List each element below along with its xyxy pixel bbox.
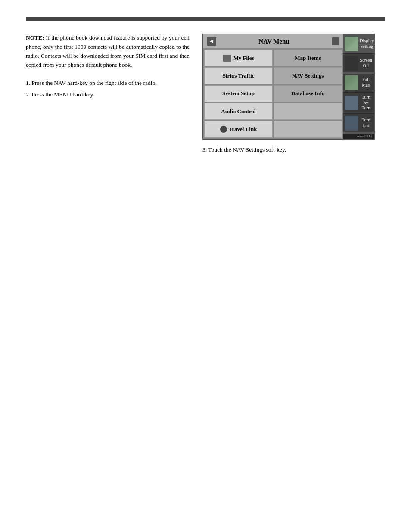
- nav-main: ◄ NAV Menu My Files Map Items: [203, 34, 343, 139]
- turn-by-turn-thumb: [345, 96, 358, 110]
- screen-off-button[interactable]: Screen Off: [343, 54, 374, 73]
- empty-cell-1: [274, 103, 342, 120]
- step-3: 3. Touch the NAV Settings soft-key.: [202, 146, 286, 153]
- map-items-button[interactable]: Map Items: [274, 50, 342, 66]
- full-map-thumb: [345, 75, 358, 90]
- nav-settings-label: NAV Settings: [292, 72, 324, 79]
- step-2: 2. Press the MENU hard-key.: [26, 90, 190, 100]
- nav-menu-icon: [332, 37, 339, 45]
- screen-off-label: Screen Off: [360, 58, 372, 68]
- nav-settings-button[interactable]: NAV Settings: [274, 67, 342, 84]
- audio-control-label: Audio Control: [221, 108, 255, 115]
- sirius-traffic-button[interactable]: Sirius Traffic: [204, 67, 273, 84]
- top-bar: [26, 17, 385, 21]
- turn-list-button[interactable]: Turn List: [343, 114, 374, 133]
- full-map-button[interactable]: Full Map: [343, 73, 374, 92]
- system-setup-label: System Setup: [222, 90, 255, 97]
- page-container: NOTE: If the phone book download feature…: [0, 0, 411, 532]
- nav-sidebar: Display Setting Screen Off Full Map Turn…: [343, 34, 374, 139]
- nav-screen: ◄ NAV Menu My Files Map Items: [202, 34, 375, 140]
- nav-title: NAV Menu: [219, 38, 329, 45]
- nav-grid: My Files Map Items Sirius Traffic NAV Se…: [203, 49, 343, 139]
- nav-screen-section: ◄ NAV Menu My Files Map Items: [202, 34, 375, 153]
- full-map-label: Full Map: [360, 77, 372, 88]
- text-section: NOTE: If the phone book download feature…: [26, 34, 190, 102]
- display-setting-label: Display Setting: [360, 38, 374, 49]
- system-setup-button[interactable]: System Setup: [204, 85, 273, 102]
- turn-list-thumb: [345, 116, 358, 131]
- database-info-button[interactable]: Database Info: [274, 85, 342, 102]
- empty-cell-2: [274, 121, 342, 137]
- my-files-label: My Files: [233, 55, 254, 62]
- note-label: NOTE:: [26, 34, 44, 41]
- display-setting-thumb: [345, 37, 358, 51]
- turn-list-label: Turn List: [360, 118, 372, 128]
- turn-by-turn-button[interactable]: Turn by Turn: [343, 93, 374, 113]
- note-paragraph: NOTE: If the phone book download feature…: [26, 34, 190, 70]
- my-files-icon: [223, 55, 231, 62]
- content-area: NOTE: If the phone book download feature…: [26, 34, 385, 153]
- sirius-traffic-label: Sirius Traffic: [223, 72, 255, 79]
- audio-control-button[interactable]: Audio Control: [204, 103, 273, 120]
- step-1: 1. Press the NAV hard-key on the right s…: [26, 78, 190, 88]
- nav-title-bar: ◄ NAV Menu: [203, 34, 343, 49]
- screen-off-thumb: [345, 56, 358, 71]
- my-files-button[interactable]: My Files: [204, 50, 273, 66]
- travel-link-icon: [220, 126, 227, 133]
- ref-badge: rer-38118: [343, 133, 374, 139]
- note-body: If the phone book download feature is su…: [26, 34, 190, 68]
- display-setting-button[interactable]: Display Setting: [343, 34, 374, 53]
- back-button[interactable]: ◄: [207, 37, 216, 46]
- steps-list: 1. Press the NAV hard-key on the right s…: [26, 78, 190, 100]
- travel-link-label: Travel Link: [229, 126, 257, 133]
- turn-by-turn-label: Turn by Turn: [360, 95, 372, 111]
- database-info-label: Database Info: [291, 90, 325, 97]
- travel-link-button[interactable]: Travel Link: [204, 121, 273, 137]
- map-items-label: Map Items: [295, 55, 321, 62]
